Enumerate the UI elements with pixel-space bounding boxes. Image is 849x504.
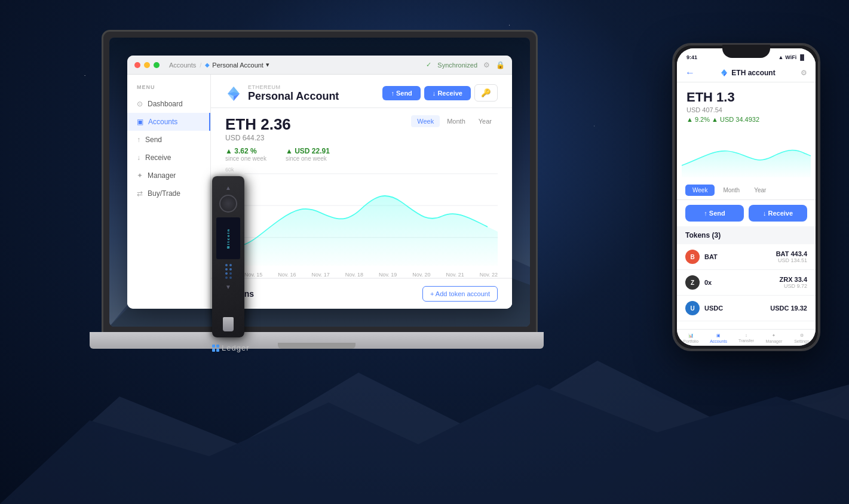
sidebar-item-send[interactable]: ↑ Send bbox=[127, 131, 210, 149]
dashboard-icon: ⊙ bbox=[137, 100, 143, 108]
laptop-wrapper: Accounts / ◆ Personal Account ▾ ✓ Synchr… bbox=[78, 30, 568, 376]
balance-chart-area: ETH 2.36 USD 644.23 Week Month Year bbox=[211, 108, 512, 278]
usd-balance: USD 644.23 bbox=[225, 134, 291, 142]
change-pct-label: since one week bbox=[225, 155, 266, 162]
phone-tab-week[interactable]: Week bbox=[685, 185, 715, 196]
account-name: Personal Account bbox=[248, 90, 339, 103]
phone-notch bbox=[722, 45, 770, 58]
receive-icon: ↓ bbox=[137, 153, 140, 162]
breadcrumb-current: ◆ Personal Account ▾ bbox=[205, 61, 269, 69]
phone-back-button[interactable]: ← bbox=[685, 67, 695, 78]
0x-token-icon: Z bbox=[685, 275, 700, 290]
sidebar-item-dashboard[interactable]: ⊙ Dashboard bbox=[127, 95, 210, 113]
phone-wrapper: 9:41 ▲ WiFi ▐▌ ← ETH account bbox=[672, 43, 820, 351]
tokens-section: Tokens + Add token account bbox=[211, 278, 512, 309]
eth-phone-icon bbox=[720, 69, 728, 77]
sidebar: MENU ⊙ Dashboard ▣ Accounts ↑ Send bbox=[127, 75, 211, 309]
token-item-0x[interactable]: Z 0x ZRX 33.4 USD 9.72 bbox=[677, 270, 816, 296]
phone-tab-month[interactable]: Month bbox=[717, 185, 746, 196]
chart-tab-year[interactable]: Year bbox=[473, 115, 498, 127]
phone-settings-icon[interactable]: ⚙ bbox=[801, 69, 807, 77]
nav-item-settings[interactable]: ⚙ Settings bbox=[788, 333, 816, 343]
sidebar-item-accounts[interactable]: ▣ Accounts bbox=[127, 113, 210, 131]
phone-usd-balance: USD 407.54 bbox=[686, 106, 806, 113]
token-item-usdc[interactable]: U USDC USDC 19.32 bbox=[677, 296, 816, 321]
token-item-bat[interactable]: B BAT BAT 443.4 USD 134.51 bbox=[677, 244, 816, 270]
phone-send-button[interactable]: ↑ Send bbox=[685, 205, 744, 222]
account-title-left: ETHEREUM Personal Account bbox=[225, 84, 339, 103]
close-button[interactable] bbox=[134, 62, 140, 68]
phone-receive-button[interactable]: ↓ Receive bbox=[749, 205, 807, 222]
app-window: Accounts / ◆ Personal Account ▾ ✓ Synchr… bbox=[127, 56, 512, 309]
key-button[interactable]: 🔑 bbox=[474, 84, 498, 102]
device-dot bbox=[225, 272, 228, 275]
chevron-down-icon: ▾ bbox=[266, 61, 269, 69]
traffic-lights bbox=[134, 62, 160, 68]
portfolio-nav-icon: 📊 bbox=[688, 333, 694, 338]
sidebar-item-buytrade[interactable]: ⇄ Buy/Trade bbox=[127, 185, 210, 202]
phone-chart-tabs: Week Month Year bbox=[677, 182, 816, 200]
chart-tab-month[interactable]: Month bbox=[441, 115, 471, 127]
device-down-icon[interactable]: ▼ bbox=[225, 284, 231, 290]
lock-icon[interactable]: 🔒 bbox=[496, 61, 505, 69]
phone-bottom-nav: 📊 Portfolio ▣ Accounts ↕ Transfer ✦ Mana… bbox=[677, 329, 816, 346]
laptop-screen-inner: Accounts / ◆ Personal Account ▾ ✓ Synchr… bbox=[109, 38, 530, 327]
device-connector bbox=[223, 317, 234, 331]
sync-label: Synchronized bbox=[437, 62, 477, 69]
gear-icon[interactable]: ⚙ bbox=[483, 61, 490, 69]
phone-title: ETH account bbox=[720, 69, 775, 77]
device-brand: Ledger bbox=[212, 343, 249, 352]
phone-tokens-header: Tokens (3) bbox=[677, 226, 816, 244]
phone-eth-balance: ETH 1.3 bbox=[686, 90, 806, 105]
stat-usd: ▲ USD 22.91 since one week bbox=[286, 147, 330, 162]
manager-nav-icon: ✦ bbox=[772, 333, 776, 338]
phone-tab-year[interactable]: Year bbox=[748, 185, 772, 196]
usdc-token-icon: U bbox=[685, 301, 700, 315]
bat-amount: BAT 443.4 bbox=[776, 250, 807, 257]
bat-usd: USD 134.51 bbox=[776, 257, 807, 263]
maximize-button[interactable] bbox=[154, 62, 160, 68]
device-brand-area: Ledger bbox=[212, 343, 249, 352]
device-main-button[interactable] bbox=[219, 195, 237, 213]
chart-tab-week[interactable]: Week bbox=[411, 115, 440, 127]
device-dot bbox=[229, 272, 232, 275]
usdc-amount: USDC 19.32 bbox=[770, 305, 807, 312]
y-label-60k: 60k bbox=[225, 167, 244, 173]
account-title-row: ETHEREUM Personal Account ↑ Send ↓ Recei… bbox=[225, 84, 498, 103]
account-header: ETHEREUM Personal Account ↑ Send ↓ Recei… bbox=[211, 75, 512, 108]
hardware-device: ▲ Bitcoin ▼ bbox=[212, 176, 244, 337]
nav-item-transfer[interactable]: ↕ Transfer bbox=[732, 333, 760, 343]
device-up-icon[interactable]: ▲ bbox=[225, 185, 231, 191]
device-dot bbox=[225, 276, 228, 279]
breadcrumb: Accounts / ◆ Personal Account ▾ bbox=[169, 61, 269, 69]
accounts-nav-icon: ▣ bbox=[716, 333, 721, 338]
signal-icon: ▲ bbox=[778, 54, 783, 60]
phone-outer: 9:41 ▲ WiFi ▐▌ ← ETH account bbox=[672, 43, 820, 351]
send-button[interactable]: ↑ Send bbox=[382, 86, 420, 100]
receive-button[interactable]: ↓ Receive bbox=[424, 86, 471, 100]
nav-item-manager[interactable]: ✦ Manager bbox=[760, 333, 787, 343]
sidebar-item-manager[interactable]: ✦ Manager bbox=[127, 167, 210, 185]
sidebar-item-receive[interactable]: ↓ Receive bbox=[127, 149, 210, 167]
phone-chart-svg bbox=[682, 133, 811, 177]
breadcrumb-accounts[interactable]: Accounts bbox=[169, 62, 196, 69]
phone-screen: 9:41 ▲ WiFi ▐▌ ← ETH account bbox=[677, 48, 816, 346]
device-dot bbox=[229, 268, 232, 271]
phone-time: 9:41 bbox=[686, 54, 697, 60]
minimize-button[interactable] bbox=[144, 62, 150, 68]
phone-actions: ↑ Send ↓ Receive bbox=[677, 200, 816, 226]
change-pct-value: ▲ 3.62 % bbox=[225, 147, 266, 155]
laptop-screen-bezel: Accounts / ◆ Personal Account ▾ ✓ Synchr… bbox=[102, 30, 538, 334]
stat-pct: ▲ 3.62 % since one week bbox=[225, 147, 266, 162]
sidebar-menu-label: MENU bbox=[127, 84, 210, 90]
nav-item-portfolio[interactable]: 📊 Portfolio bbox=[677, 333, 704, 343]
chart-container: 60k 40k 20k bbox=[225, 167, 498, 278]
accounts-icon: ▣ bbox=[137, 118, 143, 126]
account-name-block: ETHEREUM Personal Account bbox=[248, 84, 339, 103]
ledger-logo-icon bbox=[212, 345, 219, 352]
add-token-button[interactable]: + Add token account bbox=[422, 286, 498, 302]
manager-icon: ✦ bbox=[137, 171, 143, 180]
nav-item-accounts[interactable]: ▣ Accounts bbox=[704, 333, 732, 343]
main-content: ETHEREUM Personal Account ↑ Send ↓ Recei… bbox=[211, 75, 512, 309]
device-screen-text: Bitcoin bbox=[226, 228, 230, 248]
